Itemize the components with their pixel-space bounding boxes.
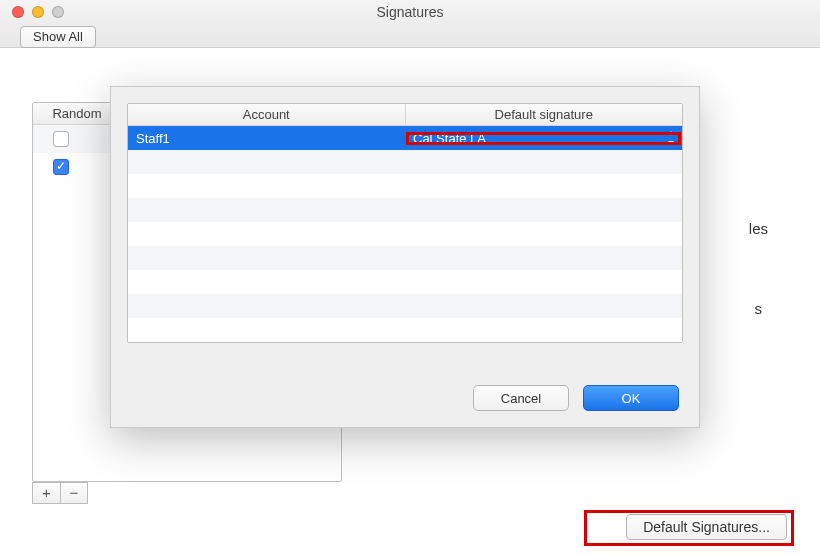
default-signature-value: Cal State LA [413, 131, 486, 146]
default-signatures-dialog: Account Default signature Staff1 Cal Sta… [110, 86, 700, 428]
add-remove-controls: + − [32, 482, 88, 504]
checkbox-checked-icon[interactable] [53, 159, 69, 175]
table-row [128, 246, 682, 270]
dialog-buttons: Cancel OK [473, 385, 679, 411]
default-signature-cell[interactable]: Cal State LA [405, 131, 682, 146]
window-title: Signatures [0, 4, 820, 20]
cancel-button[interactable]: Cancel [473, 385, 569, 411]
column-random[interactable]: Random [33, 106, 121, 121]
table-row [128, 318, 682, 342]
add-button[interactable]: + [32, 482, 60, 504]
table-body: Staff1 Cal State LA [128, 126, 682, 342]
table-header: Account Default signature [128, 104, 682, 126]
table-row [128, 174, 682, 198]
column-default-signature[interactable]: Default signature [406, 104, 683, 125]
table-row [128, 294, 682, 318]
show-all-button[interactable]: Show All [20, 26, 96, 48]
checkbox-icon[interactable] [53, 131, 69, 147]
account-cell: Staff1 [128, 131, 405, 146]
obscured-text: s [755, 300, 763, 317]
column-account[interactable]: Account [128, 104, 406, 125]
table-row [128, 150, 682, 174]
table-row [128, 222, 682, 246]
table-row [128, 270, 682, 294]
accounts-table: Account Default signature Staff1 Cal Sta… [127, 103, 683, 343]
table-row[interactable]: Staff1 Cal State LA [128, 126, 682, 150]
default-signatures-button[interactable]: Default Signatures... [626, 514, 787, 540]
remove-button[interactable]: − [60, 482, 88, 504]
table-row [128, 198, 682, 222]
ok-button[interactable]: OK [583, 385, 679, 411]
titlebar: Signatures Show All [0, 0, 820, 48]
obscured-text: les [749, 220, 768, 237]
popup-arrows-icon[interactable] [666, 131, 676, 145]
